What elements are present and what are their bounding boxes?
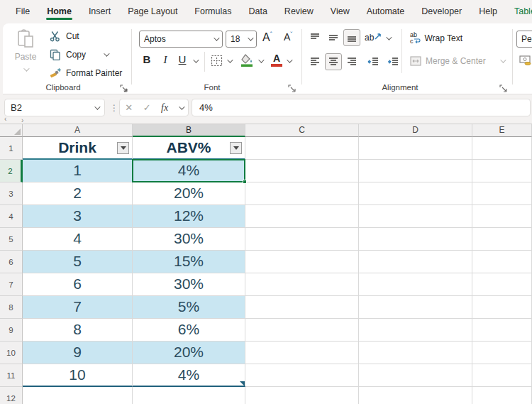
cell-B3[interactable]: 20%: [133, 182, 245, 205]
cell-A5[interactable]: 4: [23, 228, 133, 251]
merge-center-button[interactable]: Merge & Center: [410, 56, 504, 66]
cell-C2[interactable]: [245, 160, 359, 182]
cell-C8[interactable]: [245, 296, 359, 319]
tab-home[interactable]: Home: [46, 1, 72, 21]
row-header-9[interactable]: 9: [0, 319, 23, 342]
orientation-button[interactable]: ab: [365, 32, 382, 43]
cell-D3[interactable]: [359, 182, 472, 205]
cell-D9[interactable]: [359, 319, 472, 342]
tab-developer[interactable]: Developer: [421, 1, 462, 21]
cell-A9[interactable]: 8: [23, 319, 133, 342]
cell-B4[interactable]: 12%: [133, 205, 245, 228]
row-header-2[interactable]: 2: [0, 160, 23, 182]
cell-D7[interactable]: [359, 273, 472, 296]
tab-file[interactable]: File: [15, 1, 31, 21]
italic-button[interactable]: I: [157, 53, 173, 66]
cell-D10[interactable]: [359, 342, 472, 364]
cell-A2[interactable]: 1: [23, 160, 133, 182]
cancel-button[interactable]: ✕: [125, 102, 133, 113]
underline-button[interactable]: U: [174, 53, 190, 66]
cell-C6[interactable]: [245, 251, 359, 273]
insert-function-button[interactable]: fx: [161, 102, 168, 114]
font-name-combo[interactable]: Aptos: [139, 31, 223, 48]
decrease-indent-button[interactable]: [365, 53, 382, 70]
cell-C3[interactable]: [245, 182, 359, 205]
font-color-button[interactable]: A: [271, 53, 282, 67]
wrap-text-button[interactable]: ab c Wrap Text: [410, 32, 462, 44]
cell-B11[interactable]: 4%: [133, 364, 245, 387]
row-header-4[interactable]: 4: [0, 205, 23, 228]
column-header-D[interactable]: D: [359, 124, 472, 137]
row-header-6[interactable]: 6: [0, 251, 23, 273]
increase-indent-button[interactable]: [384, 53, 401, 70]
tab-view[interactable]: View: [330, 1, 350, 21]
format-painter-button[interactable]: Format Painter: [50, 67, 122, 79]
decrease-font-size-button[interactable]: Aˇ: [284, 31, 292, 43]
row-header-1[interactable]: 1: [0, 137, 23, 160]
cell-D5[interactable]: [359, 228, 472, 251]
tab-automate[interactable]: Automate: [366, 1, 406, 21]
bold-button[interactable]: B: [138, 53, 156, 66]
cell-E10[interactable]: [472, 342, 532, 364]
cell-E9[interactable]: [472, 319, 532, 342]
bottom-align-button[interactable]: [343, 29, 360, 46]
filter-button-abv%[interactable]: [230, 142, 242, 154]
filter-button-drink[interactable]: [117, 142, 129, 154]
row-header-12[interactable]: 12: [0, 387, 23, 404]
cell-B12[interactable]: [133, 387, 245, 404]
font-dialog-launcher-icon[interactable]: [288, 84, 296, 92]
alignment-dialog-launcher-icon[interactable]: [499, 84, 507, 92]
cell-C11[interactable]: [245, 364, 359, 387]
row-header-8[interactable]: 8: [0, 296, 23, 319]
cell-D2[interactable]: [359, 160, 472, 182]
table-resize-handle[interactable]: [240, 381, 245, 386]
enter-button[interactable]: ✓: [143, 102, 151, 113]
increase-font-size-button[interactable]: Aˆ: [262, 31, 272, 44]
tab-help[interactable]: Help: [478, 1, 498, 21]
formula-input[interactable]: 4%: [192, 99, 531, 116]
cell-C9[interactable]: [245, 319, 359, 342]
column-header-C[interactable]: C: [245, 124, 359, 137]
cell-E8[interactable]: [472, 296, 532, 319]
tab-table-design[interactable]: Table Design: [514, 1, 532, 21]
fill-color-chevron-icon[interactable]: [258, 57, 264, 62]
cell-E5[interactable]: [472, 228, 532, 251]
cell-D11[interactable]: [359, 364, 472, 387]
tab-review[interactable]: Review: [284, 1, 314, 21]
cell-A1[interactable]: Drink: [23, 137, 133, 160]
cell-C5[interactable]: [245, 228, 359, 251]
cell-C10[interactable]: [245, 342, 359, 364]
select-all-corner[interactable]: [0, 124, 23, 137]
cell-A11[interactable]: 10: [23, 364, 133, 387]
cell-C7[interactable]: [245, 273, 359, 296]
cell-E12[interactable]: [472, 387, 532, 404]
cell-E4[interactable]: [472, 205, 532, 228]
clipboard-dialog-launcher-icon[interactable]: [120, 84, 128, 92]
copy-button[interactable]: Copy: [50, 49, 108, 60]
cell-B10[interactable]: 20%: [133, 342, 245, 364]
cell-A6[interactable]: 5: [23, 251, 133, 273]
font-color-chevron-icon[interactable]: [287, 57, 292, 62]
cell-B1[interactable]: ABV%: [133, 137, 245, 160]
cell-C4[interactable]: [245, 205, 359, 228]
cell-A12[interactable]: [23, 387, 133, 404]
name-box[interactable]: B2: [4, 99, 105, 116]
tab-data[interactable]: Data: [248, 1, 267, 21]
cell-E2[interactable]: [472, 160, 532, 182]
tab-formulas[interactable]: Formulas: [194, 1, 232, 21]
orientation-chevron-icon[interactable]: [386, 34, 392, 40]
cell-C12[interactable]: [245, 387, 359, 404]
cell-D8[interactable]: [359, 296, 472, 319]
row-header-10[interactable]: 10: [0, 342, 23, 364]
cell-D6[interactable]: [359, 251, 472, 273]
formula-bar-dots-icon[interactable]: ⋮: [110, 103, 118, 113]
fx-chevron-icon[interactable]: [179, 104, 184, 109]
row-header-7[interactable]: 7: [0, 273, 23, 296]
cell-A10[interactable]: 9: [23, 342, 133, 364]
cell-B2[interactable]: 4%: [133, 160, 245, 182]
fill-color-button[interactable]: [240, 53, 254, 70]
cell-E11[interactable]: [472, 364, 532, 387]
cell-D4[interactable]: [359, 205, 472, 228]
align-right-button[interactable]: [343, 53, 360, 70]
cell-E6[interactable]: [472, 251, 532, 273]
